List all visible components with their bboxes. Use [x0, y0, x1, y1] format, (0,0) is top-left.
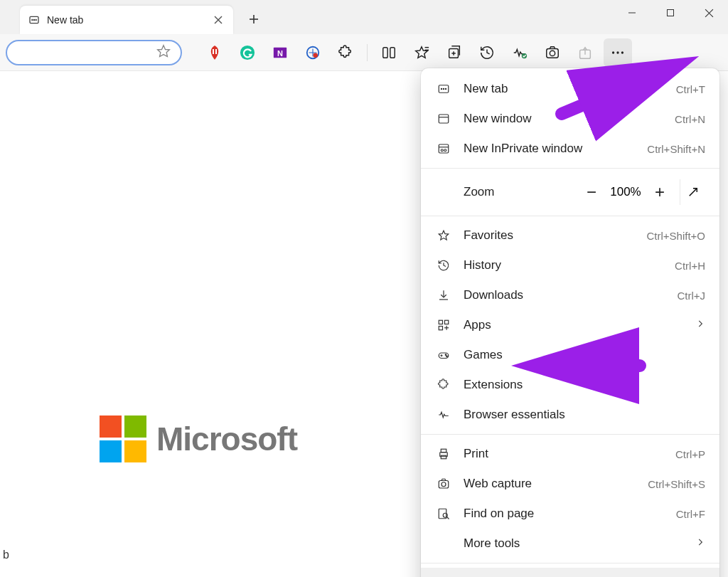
menu-web-capture[interactable]: Web capture Ctrl+Shift+S — [421, 469, 719, 499]
menu-separator — [421, 216, 719, 216]
favorites-icon[interactable] — [407, 38, 436, 67]
page-bottom-label: b — [3, 549, 9, 561]
extensions-toolbar-icon[interactable] — [331, 38, 360, 67]
annotation-arrow-top — [555, 60, 697, 132]
menu-find[interactable]: Find on page Ctrl+F — [421, 499, 719, 529]
menu-label: Web capture — [464, 477, 648, 491]
address-bar[interactable] — [6, 40, 182, 65]
svg-point-34 — [616, 51, 619, 53]
find-icon — [435, 507, 452, 520]
heartbeat-icon — [435, 408, 452, 421]
window-maximize[interactable] — [651, 0, 690, 26]
svg-point-38 — [443, 88, 444, 89]
svg-rect-13 — [213, 49, 214, 54]
menu-shortcut: Ctrl+F — [676, 508, 705, 520]
annotation-arrow-extensions — [526, 351, 654, 380]
svg-text:N: N — [277, 48, 283, 57]
window-minimize[interactable] — [613, 0, 651, 26]
menu-new-inprivate[interactable]: New InPrivate window Ctrl+Shift+N — [421, 134, 719, 164]
zoom-out-button[interactable]: − — [579, 179, 604, 205]
menu-label: Browser essentials — [464, 408, 705, 422]
fullscreen-button[interactable] — [680, 179, 705, 205]
menu-settings[interactable]: Settings — [421, 568, 719, 577]
svg-rect-42 — [439, 144, 449, 153]
menu-label: New InPrivate window — [464, 142, 647, 156]
privacy-extension-icon[interactable] — [299, 38, 327, 67]
svg-rect-61 — [441, 449, 446, 452]
title-bar: New tab — [0, 0, 728, 34]
menu-shortcut: Ctrl+Shift+N — [647, 143, 705, 155]
microsoft-logo-icon — [100, 415, 146, 462]
star-icon — [435, 229, 452, 242]
menu-label: Print — [464, 447, 675, 461]
menu-separator — [421, 434, 719, 435]
menu-favorites[interactable]: Favorites Ctrl+Shift+O — [421, 221, 719, 250]
menu-shortcut: Ctrl+H — [675, 260, 705, 272]
svg-point-64 — [441, 482, 446, 487]
svg-point-37 — [441, 88, 441, 89]
onenote-extension-icon[interactable]: N — [266, 38, 294, 67]
page-icon — [435, 83, 452, 95]
svg-point-1 — [32, 19, 33, 20]
svg-marker-12 — [158, 45, 170, 56]
menu-history[interactable]: History Ctrl+H — [421, 250, 719, 280]
menu-label: Downloads — [464, 288, 677, 302]
apps-icon — [435, 319, 452, 332]
ublock-extension-icon[interactable] — [200, 38, 229, 67]
menu-shortcut: Ctrl+P — [675, 448, 705, 460]
window-icon — [435, 112, 452, 125]
menu-browser-essentials[interactable]: Browser essentials — [421, 400, 719, 430]
zoom-value: 100% — [604, 185, 647, 199]
svg-point-58 — [445, 354, 446, 356]
svg-point-45 — [444, 149, 446, 152]
svg-rect-40 — [439, 115, 449, 123]
window-close[interactable] — [690, 0, 728, 26]
menu-separator — [421, 168, 719, 169]
browser-essentials-icon[interactable] — [505, 38, 534, 67]
tab-title: New tab — [47, 14, 205, 26]
menu-more-tools[interactable]: More tools — [421, 529, 719, 559]
browser-tab[interactable]: New tab — [20, 6, 233, 34]
svg-rect-50 — [439, 320, 442, 324]
camera-icon — [435, 477, 452, 490]
split-screen-icon[interactable] — [375, 38, 403, 67]
zoom-label: Zoom — [464, 185, 579, 199]
menu-shortcut: Ctrl+J — [677, 290, 705, 302]
svg-point-30 — [550, 51, 555, 55]
grammarly-extension-icon[interactable] — [233, 38, 262, 67]
menu-zoom: Zoom − 100% + — [421, 173, 719, 211]
svg-marker-47 — [439, 231, 449, 240]
tab-close-button[interactable] — [212, 14, 225, 26]
microsoft-logo-text: Microsoft — [156, 420, 297, 458]
svg-rect-20 — [383, 47, 387, 58]
favorite-star-icon[interactable] — [156, 44, 171, 61]
menu-label: Find on page — [464, 507, 676, 521]
menu-apps[interactable]: Apps — [421, 310, 719, 340]
svg-point-33 — [612, 51, 614, 53]
svg-line-67 — [447, 517, 449, 519]
svg-point-39 — [445, 88, 446, 89]
chevron-right-icon — [695, 319, 705, 332]
svg-point-3 — [36, 19, 36, 20]
menu-shortcut: Ctrl+Shift+S — [648, 478, 705, 490]
games-icon — [435, 349, 452, 361]
svg-rect-9 — [668, 10, 674, 16]
collections-icon[interactable] — [440, 38, 469, 67]
zoom-in-button[interactable]: + — [647, 179, 673, 205]
svg-point-2 — [33, 19, 34, 20]
menu-downloads[interactable]: Downloads Ctrl+J — [421, 280, 719, 310]
print-icon — [435, 448, 452, 460]
settings-menu: New tab Ctrl+T New window Ctrl+N New InP… — [421, 68, 719, 577]
history-icon[interactable] — [473, 38, 501, 67]
history-icon — [435, 259, 452, 272]
svg-rect-51 — [445, 320, 449, 324]
menu-label: Favorites — [464, 228, 646, 243]
new-tab-button[interactable] — [242, 7, 266, 31]
svg-point-44 — [441, 149, 443, 152]
puzzle-icon — [435, 379, 452, 391]
menu-label: History — [464, 258, 675, 272]
svg-point-35 — [621, 51, 623, 53]
menu-shortcut: Ctrl+Shift+O — [646, 230, 705, 242]
menu-print[interactable]: Print Ctrl+P — [421, 439, 719, 469]
tab-page-icon — [28, 14, 40, 26]
